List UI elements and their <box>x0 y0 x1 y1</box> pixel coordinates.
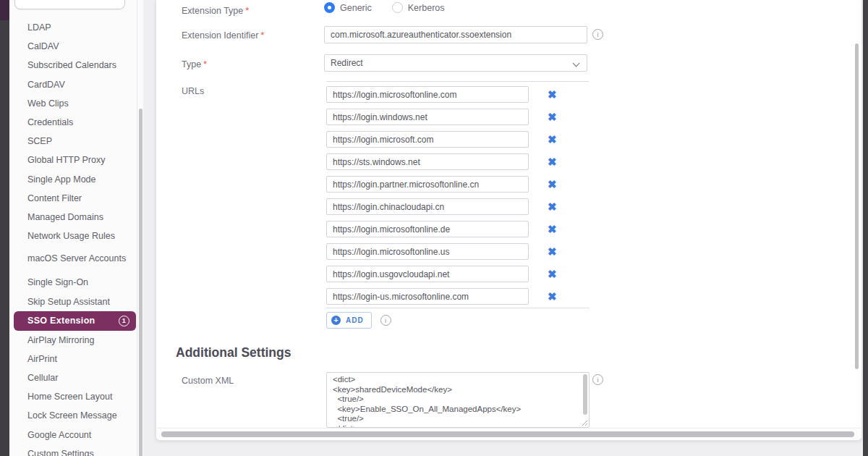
sidebar-item-label: Lock Screen Message <box>27 410 117 421</box>
remove-url-icon[interactable]: ✖ <box>548 201 557 212</box>
remove-url-icon[interactable]: ✖ <box>548 269 557 279</box>
sidebar-item-label: Network Usage Rules <box>27 231 115 241</box>
url-row: ✖ <box>326 243 557 260</box>
resize-grip-icon[interactable] <box>582 420 588 426</box>
additional-settings-heading: Additional Settings <box>176 345 291 360</box>
url-list: ✖ ✖ ✖ ✖ ✖ ✖ ✖ ✖ <box>326 86 557 305</box>
url-input[interactable] <box>326 109 529 125</box>
sidebar-item-skip-setup-assistant[interactable]: Skip Setup Assistant <box>9 292 136 311</box>
url-row: ✖ <box>326 86 557 103</box>
extension-type-radio-group: Generic Kerberos <box>324 2 445 13</box>
url-row: ✖ <box>326 221 557 237</box>
sidebar-search-input[interactable] <box>14 0 125 9</box>
sidebar-item-single-app-mode[interactable]: Single App Mode <box>9 170 136 189</box>
remove-url-icon[interactable]: ✖ <box>548 111 557 122</box>
sidebar-item-cellular[interactable]: Cellular <box>9 368 136 387</box>
sidebar-item-label: AirPlay Mirroring <box>27 335 94 345</box>
sidebar-item-label: CardDAV <box>27 80 65 90</box>
sidebar-item-managed-domains[interactable]: Managed Domains <box>9 208 136 227</box>
sidebar-item-subscribed-calendars[interactable]: Subscribed Calendars <box>9 56 136 75</box>
sidebar-item-label: Home Screen Layout <box>27 392 112 402</box>
sidebar-item-label: Google Account <box>27 430 91 440</box>
sidebar-item-label: AirPrint <box>27 354 57 364</box>
sidebar-item-content-filter[interactable]: Content Filter <box>9 189 136 208</box>
type-select[interactable]: Redirect <box>324 54 587 72</box>
sidebar-item-label: Single App Mode <box>27 174 96 185</box>
sidebar-item-custom-settings[interactable]: Custom Settings <box>9 444 136 456</box>
sidebar-divider <box>137 0 137 456</box>
remove-url-icon[interactable]: ✖ <box>548 246 557 257</box>
remove-url-icon[interactable]: ✖ <box>548 156 557 167</box>
radio-unselected-icon[interactable] <box>392 2 403 13</box>
remove-url-icon[interactable]: ✖ <box>548 89 557 100</box>
url-input[interactable] <box>326 288 529 305</box>
url-row: ✖ <box>326 131 557 148</box>
sidebar-item-label: LDAP <box>27 22 51 33</box>
custom-xml-textarea[interactable]: <dict> <key>sharedDeviceMode</key> <true… <box>326 372 590 428</box>
required-asterisk: * <box>203 59 207 69</box>
sidebar-item-home-screen-layout[interactable]: Home Screen Layout <box>9 387 136 406</box>
info-icon[interactable]: i <box>592 374 603 385</box>
urls-label: URLs <box>182 86 204 96</box>
radio-option-kerberos[interactable]: Kerberos <box>392 2 445 13</box>
sidebar-item-caldav[interactable]: CalDAV <box>9 37 136 56</box>
url-input[interactable] <box>326 86 529 103</box>
rail-accent-block <box>0 0 9 20</box>
url-input[interactable] <box>326 176 529 193</box>
urls-bottom-divider <box>326 308 589 308</box>
url-input[interactable] <box>326 243 529 260</box>
add-url-button[interactable]: + ADD <box>326 312 372 329</box>
urls-top-divider <box>326 81 589 82</box>
horizontal-scrollbar-track <box>157 428 861 439</box>
sidebar-item-scep[interactable]: SCEP <box>9 132 136 151</box>
sidebar-scrollbar[interactable] <box>139 109 142 456</box>
sidebar-item-single-sign-on[interactable]: Single Sign-On <box>9 273 136 292</box>
remove-url-icon[interactable]: ✖ <box>548 224 557 235</box>
sidebar-item-global-http-proxy[interactable]: Global HTTP Proxy <box>9 151 136 169</box>
radio-option-generic[interactable]: Generic <box>324 2 372 13</box>
sidebar-item-label: Global HTTP Proxy <box>27 155 105 165</box>
sidebar-item-airprint[interactable]: AirPrint <box>9 350 136 368</box>
sidebar-item-lock-screen-message[interactable]: Lock Screen Message <box>9 406 136 425</box>
extension-identifier-label: Extension Identifier* <box>182 30 264 41</box>
url-input[interactable] <box>326 153 529 170</box>
sidebar-item-label: Web Clips <box>27 98 69 109</box>
sidebar-item-sso-extension[interactable]: SSO Extension 1 <box>14 311 136 331</box>
sidebar-item-macos-server-accounts[interactable]: macOS Server Accounts <box>9 245 136 273</box>
info-icon[interactable]: i <box>380 315 391 326</box>
remove-url-icon[interactable]: ✖ <box>548 134 557 145</box>
radio-selected-icon[interactable] <box>324 2 335 13</box>
remove-url-icon[interactable]: ✖ <box>548 179 557 190</box>
radio-label: Kerberos <box>408 3 445 13</box>
url-input[interactable] <box>326 266 529 282</box>
sidebar-item-credentials[interactable]: Credentials <box>9 113 136 132</box>
plus-icon: + <box>331 316 341 325</box>
required-asterisk: * <box>245 5 249 16</box>
info-icon[interactable]: i <box>592 29 603 40</box>
url-input[interactable] <box>326 198 529 215</box>
url-input[interactable] <box>326 221 529 237</box>
extension-type-label: Extension Type* <box>182 5 249 16</box>
sidebar-item-airplay-mirroring[interactable]: AirPlay Mirroring <box>9 331 136 350</box>
textarea-scrollbar[interactable] <box>583 374 587 415</box>
sidebar-item-network-usage-rules[interactable]: Network Usage Rules <box>9 227 136 245</box>
payload-count-badge: 1 <box>119 316 129 326</box>
sidebar-item-label: SSO Extension <box>27 316 95 326</box>
url-input[interactable] <box>326 131 529 148</box>
url-row: ✖ <box>326 176 557 193</box>
sidebar-item-label: Skip Setup Assistant <box>27 297 110 307</box>
sidebar-item-google-account[interactable]: Google Account <box>9 426 136 444</box>
type-select-value: Redirect <box>331 58 363 68</box>
remove-url-icon[interactable]: ✖ <box>548 291 557 302</box>
custom-xml-label: Custom XML <box>182 376 234 386</box>
sidebar-item-label: SCEP <box>27 136 52 146</box>
horizontal-scrollbar[interactable] <box>161 431 854 437</box>
sidebar-item-label: Credentials <box>27 117 73 127</box>
sidebar-item-carddav[interactable]: CardDAV <box>9 75 136 94</box>
url-row: ✖ <box>326 288 557 305</box>
sidebar-item-ldap[interactable]: LDAP <box>9 18 136 37</box>
sidebar-item-label: macOS Server Accounts <box>27 253 126 265</box>
sidebar-item-web-clips[interactable]: Web Clips <box>9 94 136 113</box>
vertical-scrollbar[interactable] <box>855 43 859 369</box>
extension-identifier-input[interactable] <box>324 26 587 43</box>
